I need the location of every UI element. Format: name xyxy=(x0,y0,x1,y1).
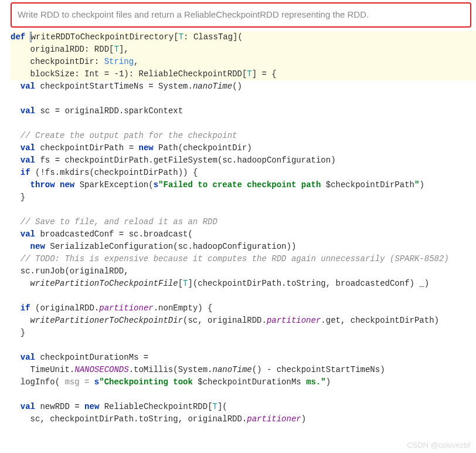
code-line: val fs = checkpointDirPath.getFileSystem… xyxy=(11,154,476,167)
watermark: CSDN @cclovezbf xyxy=(407,441,470,449)
doc-comment-box: Write RDD to checkpoint files and return… xyxy=(11,2,471,28)
code-line: // Create the output path for the checkp… xyxy=(11,130,476,142)
code-line: } xyxy=(11,191,476,204)
code-line xyxy=(11,204,476,216)
code-line: val checkpointDurationMs = xyxy=(11,351,476,364)
code-line: val checkpointStartTimeNs = System.nanoT… xyxy=(11,80,476,93)
code-line: logInfo( msg = s"Checkpointing took $che… xyxy=(11,376,476,388)
code-line: // Save to file, and reload it as an RDD xyxy=(11,216,476,228)
code-line: sc, checkpointDirPath.toString, original… xyxy=(11,413,476,425)
code-line: blockSize: Int = -1): ReliableCheckpoint… xyxy=(11,68,476,80)
code-line: writePartitionToCheckpointFile[T](checkp… xyxy=(11,278,476,290)
code-line: val checkpointDirPath = new Path(checkpo… xyxy=(11,142,476,154)
code-line: checkpointDir: String, xyxy=(11,56,476,68)
code-line: val sc = originalRDD.sparkContext xyxy=(11,105,476,117)
code-line xyxy=(11,117,476,130)
code-line: writePartitionerToCheckpointDir(sc, orig… xyxy=(11,315,476,327)
code-line: new SerializableConfiguration(sc.hadoopC… xyxy=(11,241,476,253)
code-line: // TODO: This is expensive because it co… xyxy=(11,253,476,265)
code-line xyxy=(11,388,476,401)
code-line xyxy=(11,290,476,302)
code-line: val broadcastedConf = sc.broadcast( xyxy=(11,228,476,241)
code-line: throw new SparkException(s"Failed to cre… xyxy=(11,179,476,191)
code-line: if (originalRDD.partitioner.nonEmpty) { xyxy=(11,302,476,315)
code-line xyxy=(11,339,476,351)
code-line: sc.runJob(originalRDD, xyxy=(11,265,476,278)
code-line xyxy=(11,93,476,105)
code-editor[interactable]: def writeRDDToCheckpointDirectory[T: Cla… xyxy=(0,31,476,425)
code-line: if (!fs.mkdirs(checkpointDirPath)) { xyxy=(11,167,476,179)
code-line: TimeUnit.NANOSECONDS.toMillis(System.nan… xyxy=(11,364,476,376)
doc-comment-text: Write RDD to checkpoint files and return… xyxy=(18,9,369,19)
code-line: } xyxy=(11,327,476,339)
code-line: originalRDD: RDD[T], xyxy=(11,43,476,56)
code-line: def writeRDDToCheckpointDirectory[T: Cla… xyxy=(11,31,476,43)
code-line: val newRDD = new ReliableCheckpointRDD[T… xyxy=(11,401,476,413)
